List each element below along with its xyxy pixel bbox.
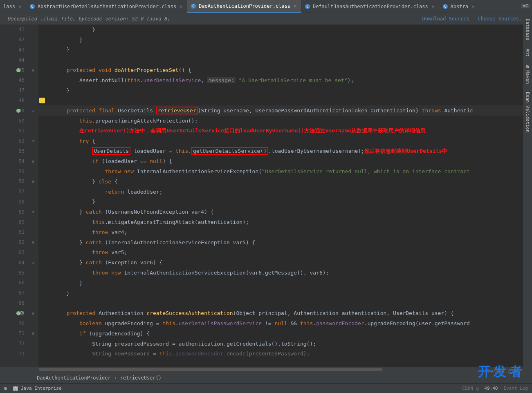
tab-dao-auth-provider[interactable]: C DaoAuthenticationProvider.class × — [187, 0, 301, 13]
code-line[interactable]: this.mitigateAgainstTimingAttack(authent… — [38, 217, 532, 227]
tab-abstract-user-details[interactable]: C AbstractUserDetailsAuthenticationProvi… — [26, 0, 187, 13]
fold-toggle[interactable]: ⊟ — [29, 105, 38, 116]
fold-toggle — [29, 45, 38, 55]
line-number: 43 — [0, 45, 29, 55]
code-line[interactable]: } — [38, 45, 532, 55]
code-line[interactable]: UserDetails loadedUser = this.getUserDet… — [38, 146, 532, 156]
scrollbar-thumb[interactable] — [39, 368, 382, 371]
breadcrumb-method[interactable]: retrieveUser() — [120, 375, 162, 381]
svg-text:C: C — [444, 4, 446, 9]
fold-toggle[interactable]: ⊟ — [29, 237, 38, 248]
code-line[interactable]: } catch (UsernameNotFoundException var4)… — [38, 207, 532, 217]
code-line[interactable]: } — [38, 197, 532, 207]
fold-toggle[interactable]: ⊟ — [29, 136, 38, 146]
right-tab-maven[interactable]: m Maven — [524, 63, 531, 86]
line-number: 54 — [0, 156, 29, 166]
right-tab-ant[interactable]: Ant — [524, 46, 531, 59]
class-file-icon: C — [305, 4, 310, 9]
status-bar: m 🏢 Java Enterprise CSDN @ 49:40 Event L… — [0, 383, 532, 393]
code-line[interactable] — [38, 55, 532, 65]
code-line[interactable]: } else { — [38, 176, 532, 187]
fold-toggle[interactable]: ⊟ — [29, 328, 38, 339]
code-line[interactable]: throw var4; — [38, 227, 532, 237]
line-number: 47 — [0, 85, 29, 96]
code-line[interactable]: } — [38, 25, 532, 35]
code-line[interactable] — [38, 298, 532, 308]
fold-toggle[interactable]: ⊟ — [29, 207, 38, 217]
code-line[interactable]: boolean upgradeEncoding = this.userDetai… — [38, 318, 532, 328]
right-tab-bean-validation[interactable]: Bean Validation — [524, 89, 531, 135]
close-icon[interactable]: × — [431, 3, 435, 9]
code-line[interactable]: } — [38, 288, 532, 298]
cursor-position[interactable]: 49:40 — [484, 386, 498, 391]
line-number: 59 — [0, 207, 29, 217]
problems-badge[interactable]: ≡7 — [519, 0, 532, 13]
code-line[interactable]: if (upgradeEncoding) { — [38, 328, 532, 339]
code-area[interactable]: } } } protected void doAfterPropertiesSe… — [38, 25, 532, 367]
code-line[interactable]: this.prepareTimingAttackProtection(); — [38, 116, 532, 126]
tab-label: DaoAuthenticationProvider.class — [199, 3, 290, 9]
tab-partial-right[interactable]: C Abstra × — [439, 0, 479, 13]
code-line[interactable]: } catch (InternalAuthenticationServiceEx… — [38, 237, 532, 248]
class-file-icon: C — [442, 4, 448, 9]
intention-bulb-icon[interactable] — [39, 98, 45, 103]
choose-sources-link[interactable]: Choose Sources... — [478, 16, 528, 22]
fold-toggle[interactable]: ⊟ — [29, 65, 38, 75]
line-number: 45 — [0, 65, 29, 75]
fold-toggle — [29, 85, 38, 96]
code-line[interactable]: throw var5; — [38, 248, 532, 258]
fold-toggle[interactable]: ⊟ — [29, 156, 38, 166]
status-item[interactable]: m — [4, 386, 7, 391]
code-line[interactable]: } — [38, 278, 532, 288]
code-line[interactable]: if (loadedUser == null) { — [38, 156, 532, 166]
download-sources-link[interactable]: Download Sources — [422, 16, 470, 22]
fold-toggle — [29, 25, 38, 35]
tab-default-jaas[interactable]: C DefaultJaasAuthenticationProvider.clas… — [301, 0, 439, 13]
right-tab-database[interactable]: Database — [524, 16, 531, 43]
fold-toggle[interactable]: ⊟ — [29, 308, 38, 318]
line-number: 61 — [0, 227, 29, 237]
fold-toggle — [29, 349, 38, 359]
code-line[interactable]: 在retrieveUser()方法中，会调用UserDetailsService… — [38, 126, 532, 136]
code-line[interactable]: return loadedUser; — [38, 187, 532, 197]
line-number: 65 — [0, 268, 29, 278]
fold-toggle — [29, 248, 38, 258]
fold-toggle — [29, 268, 38, 278]
close-icon[interactable]: × — [471, 3, 476, 9]
code-line[interactable]: } catch (Exception var6) { — [38, 257, 532, 268]
code-line[interactable]: } — [38, 35, 532, 45]
status-item-java-enterprise[interactable]: 🏢 Java Enterprise — [13, 386, 62, 391]
fold-toggle[interactable]: ⊟ — [29, 257, 38, 268]
code-line[interactable] — [38, 96, 532, 106]
close-icon[interactable]: × — [293, 3, 298, 9]
code-line[interactable]: protected final UserDetails retrieveUser… — [38, 105, 532, 116]
line-number: 50 — [0, 116, 29, 126]
line-number: 66 — [0, 278, 29, 288]
fold-toggle[interactable]: ⊟ — [29, 176, 38, 187]
code-line[interactable]: } — [38, 85, 532, 96]
line-number: 53 — [0, 146, 29, 156]
decompiled-text: Decompiled .class file, bytecode version… — [7, 16, 170, 22]
fold-toggle — [29, 35, 38, 45]
code-line[interactable]: throw new InternalAuthenticationServiceE… — [38, 268, 532, 278]
fold-toggle — [29, 217, 38, 227]
svg-text:C: C — [306, 4, 308, 9]
code-line[interactable]: Assert.notNull(this.userDetailsService, … — [38, 75, 532, 85]
code-line[interactable]: try { — [38, 136, 532, 146]
tab-partial-left[interactable]: lass × — [0, 0, 26, 13]
code-line[interactable]: throw new InternalAuthenticationServiceE… — [38, 166, 532, 176]
close-icon[interactable]: × — [179, 3, 184, 9]
event-log[interactable]: Event Log — [503, 386, 528, 391]
line-number: 58 — [0, 197, 29, 207]
code-line[interactable]: protected void doAfterPropertiesSet() { — [38, 65, 532, 75]
svg-text:C: C — [192, 4, 194, 8]
close-icon[interactable]: × — [18, 3, 22, 9]
code-line[interactable]: String newPassword = this.passwordEncode… — [38, 349, 532, 359]
breadcrumb-class[interactable]: DaoAuthenticationProvider — [37, 375, 111, 381]
class-file-icon: C — [29, 4, 35, 9]
line-number: 56 — [0, 176, 29, 187]
code-line[interactable]: String presentedPassword = authenticatio… — [38, 339, 532, 349]
horizontal-scrollbar[interactable] — [0, 367, 532, 372]
line-number: 73 — [0, 349, 29, 359]
code-line[interactable]: protected Authentication createSuccessAu… — [38, 308, 532, 318]
